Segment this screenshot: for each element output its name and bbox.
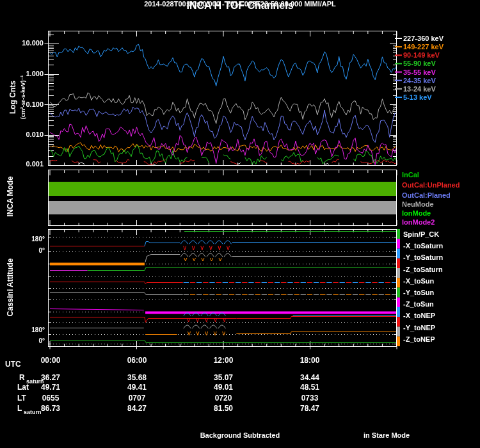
footer-background-subtracted: Background Subtracted [192,431,288,439]
ephemeris-value: 34.44 [291,373,329,382]
legend-item-energy-channel: 55-90 keV [403,60,436,67]
ephemeris-value: 49.41 [118,383,156,392]
legend-item-attitude: -Y_toNEP [403,324,435,332]
attitude-tick-label: 180° [19,326,45,333]
legend-item-energy-channel: 149-227 keV [403,43,444,51]
legend-item-energy-channel: 227-360 keV [403,35,444,42]
legend-item-attitude: -Z_toSaturn [403,266,443,273]
legend-item-attitude: -X_toSaturn [403,242,443,250]
utc-tick-label: 18:00 [291,356,329,365]
ephemeris-value: 35.68 [118,373,156,382]
attitude-tick-label: 0° [19,337,45,344]
ephemeris-row-label: Lat [17,383,29,392]
ephemeris-value: 78.47 [291,404,329,413]
ephemeris-value: 0733 [291,394,329,403]
utc-row-label: UTC [5,360,21,369]
legend-item-inca-mode: IonMode [402,209,431,217]
legend-item-energy-channel: 90-149 keV [403,51,440,59]
ephemeris-value: 36.27 [31,373,70,382]
legend-item-attitude: -Y_toSaturn [403,253,443,261]
legend-item-attitude: -Z_toNEP [403,335,435,343]
ephemeris-value: 84.27 [118,404,156,413]
legend-item-attitude: -Z_toSun [403,300,434,308]
page-subtitle: 2014-028T00:00:00.000 - 2014-028T23:59:0… [0,0,480,8]
footer-stare-mode: in Stare Mode [364,431,410,439]
attitude-tick-label: 180° [19,236,45,243]
legend-item-energy-channel: 35-55 keV [403,68,436,76]
y-tick-label: 0.001 [9,160,44,168]
y-tick-label: 10.000 [9,39,44,47]
ephemeris-row-label: LT [17,394,26,403]
legend-item-inca-mode: OutCal:Planed [402,191,451,199]
ephemeris-value: 81.50 [204,404,243,413]
y-tick-label: 0.100 [9,100,44,108]
ephemeris-value: 86.73 [31,404,70,413]
legend-item-inca-mode: NeuMode [402,200,434,208]
ephemeris-value: 49.01 [204,383,243,392]
ephemeris-row-label: R [19,373,25,382]
legend-item-energy-channel: 24-35 keV [403,77,436,84]
inca-tof-summary-plot: INCA H TOF Channels 2014-028T00:00:00.00… [0,0,480,448]
legend-item-attitude: Spin/P_CK [403,230,439,238]
utc-tick-label: 00:00 [31,356,70,365]
attitude-axis-label: Cassini Attitude [6,223,15,351]
attitude-tick-label: 0° [19,247,45,254]
ephemeris-value: 49.71 [31,383,70,392]
utc-tick-label: 06:00 [118,356,156,365]
y-tick-label: 0.010 [9,131,44,138]
ephemeris-value: 0720 [204,394,243,403]
legend-item-attitude: -X_toNEP [403,312,435,319]
legend-item-inca-mode: IonMode2 [402,218,435,226]
legend-item-attitude: -Y_toSun [403,289,434,296]
legend-item-inca-mode: InCal [402,171,419,179]
ephemeris-value: 0707 [118,394,156,403]
legend-item-energy-channel: 5-13 keV [403,93,432,101]
y-axis-units: (cm²-sr-s-keV)⁻¹ [20,33,26,161]
ephemeris-value: 35.07 [204,373,243,382]
ephemeris-value: 0655 [31,394,70,403]
ephemeris-value: 48.51 [291,383,329,392]
ephemeris-row-label: L [17,404,22,413]
legend-item-attitude: -X_toSun [403,277,434,285]
legend-item-energy-channel: 13-24 keV [403,85,436,93]
utc-tick-label: 12:00 [204,356,243,365]
legend-item-inca-mode: OutCal:UnPlaned [402,181,460,189]
y-tick-label: 1.000 [9,70,44,77]
